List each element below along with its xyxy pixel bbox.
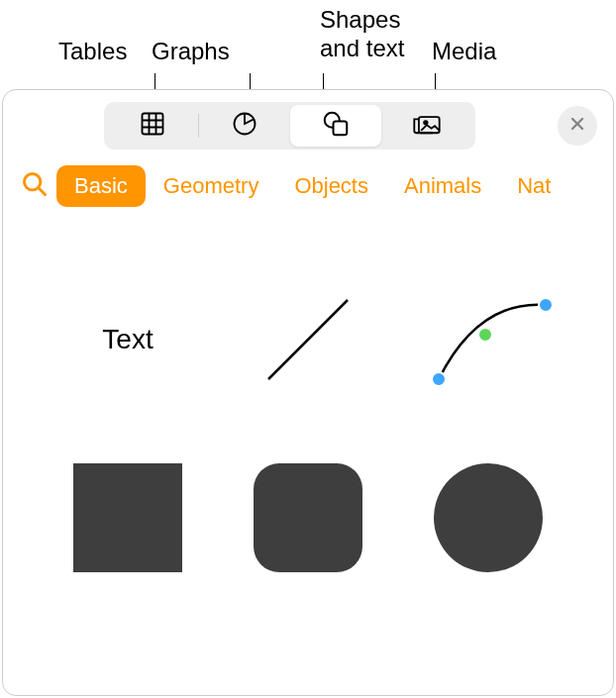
search-icon: [21, 170, 49, 202]
shape-line[interactable]: [233, 280, 383, 399]
insert-panel: Basic Geometry Objects Animals Nat Text: [2, 89, 614, 696]
shape-rounded-square[interactable]: [233, 458, 383, 577]
pie-chart-icon: [231, 110, 258, 142]
callout-graphs: Graphs: [152, 38, 230, 65]
tab-basic[interactable]: Basic: [56, 165, 146, 207]
svg-line-13: [39, 188, 45, 194]
callout-media: Media: [432, 38, 496, 65]
callout-labels: Tables Graphs Shapes and text Media: [0, 0, 616, 89]
circle-icon: [434, 463, 543, 572]
shape-curve[interactable]: [413, 280, 564, 399]
tab-geometry[interactable]: Geometry: [146, 165, 277, 207]
shapes-grid: Text: [3, 221, 613, 637]
category-tabs: Basic Geometry Objects Animals Nat: [3, 159, 613, 221]
svg-point-16: [478, 328, 492, 342]
shape-square[interactable]: [52, 458, 203, 577]
segmented-control: [104, 102, 475, 150]
tab-animals[interactable]: Animals: [386, 165, 499, 207]
svg-line-14: [268, 300, 348, 379]
svg-rect-0: [143, 114, 163, 135]
text-shape-label: Text: [102, 324, 153, 355]
shape-circle[interactable]: [413, 458, 564, 577]
graphs-tab-button[interactable]: [199, 105, 290, 147]
curve-icon: [419, 280, 558, 399]
svg-rect-7: [334, 122, 348, 136]
toolbar: [3, 90, 613, 159]
table-icon: [139, 110, 166, 142]
shapes-tab-button[interactable]: [290, 105, 381, 147]
search-button[interactable]: [13, 170, 56, 202]
svg-point-17: [539, 298, 553, 312]
square-icon: [73, 463, 182, 572]
shape-text[interactable]: Text: [52, 280, 203, 399]
close-button[interactable]: [558, 106, 597, 146]
tab-objects[interactable]: Objects: [276, 165, 386, 207]
close-icon: [569, 116, 585, 136]
media-icon: [412, 110, 442, 142]
rounded-square-icon: [254, 463, 362, 572]
callout-tables: Tables: [58, 38, 127, 65]
media-tab-button[interactable]: [381, 105, 472, 147]
tab-nature[interactable]: Nat: [499, 165, 568, 207]
tables-tab-button[interactable]: [107, 105, 198, 147]
svg-point-15: [432, 372, 446, 386]
shapes-icon: [321, 109, 351, 143]
line-icon: [254, 285, 362, 394]
callout-shapes-text: Shapes and text: [320, 6, 404, 63]
